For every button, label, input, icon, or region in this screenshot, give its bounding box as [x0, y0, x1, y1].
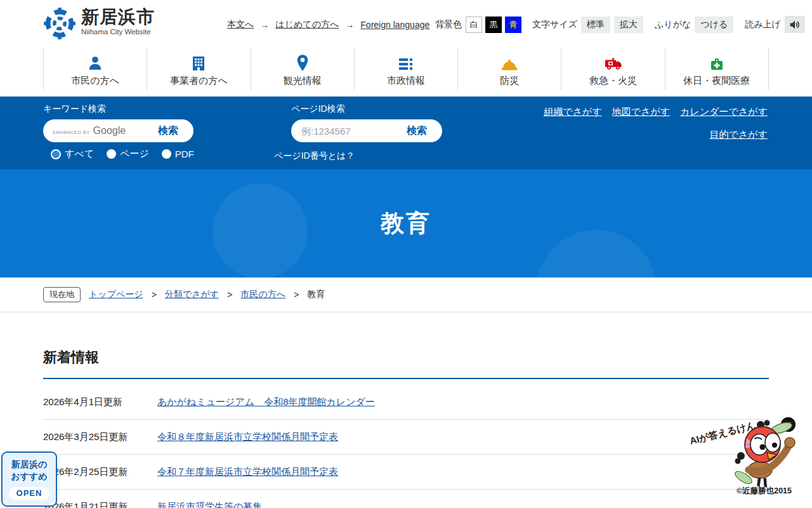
nav-item-citizens[interactable]: 市民の方へ — [43, 48, 147, 90]
skip-link-main[interactable]: 本文へ — [227, 19, 254, 30]
helmet-icon — [501, 54, 518, 72]
ambulance-icon — [604, 54, 623, 72]
nav-item-business[interactable]: 事業者の方へ — [147, 48, 251, 90]
font-large-button[interactable]: 拡大 — [614, 17, 643, 33]
recommend-widget-button[interactable]: 新居浜の おすすめ OPEN — [1, 451, 57, 507]
furigana-label: ふりがな — [655, 19, 691, 30]
link-search-by-calendar[interactable]: カレンダーでさがす — [680, 106, 768, 118]
breadcrumb: 現在地 トップページ > 分類でさがす > 市民の方へ > 教育 — [0, 277, 812, 312]
quick-links-row1: 組織でさがす 地図でさがす カレンダーでさがす — [544, 106, 768, 118]
search-scope-radios: すべて ページ PDF — [51, 148, 194, 160]
list-icon — [398, 54, 414, 72]
breadcrumb-link-category[interactable]: 分類でさがす — [165, 289, 219, 300]
radio-pdf[interactable]: PDF — [162, 148, 194, 160]
news-row: 2026年1月21日更新 新居浜市奨学生等の募集 — [43, 490, 769, 508]
news-heading-rule — [43, 378, 769, 379]
current-location-badge: 現在地 — [43, 287, 81, 302]
site-subtitle: Niihama City Website — [81, 28, 155, 36]
map-pin-icon — [296, 54, 310, 72]
hero-decor-circle — [213, 184, 308, 277]
building-icon — [191, 54, 206, 72]
news-link[interactable]: 令和８年度新居浜市立学校関係月間予定表 — [157, 431, 338, 443]
news-link[interactable]: 新居浜市奨学生等の募集 — [157, 501, 262, 508]
news-date: 2026年4月1日更新 — [43, 396, 157, 408]
keyword-search-button[interactable]: 検索 — [143, 119, 193, 142]
quick-links-row2: 目的でさがす — [710, 129, 768, 141]
keyword-search-label: キーワード検索 — [43, 104, 106, 115]
accessibility-controls: 背景色 白 黒 青 文字サイズ 標準 拡大 ふりがな つける 読み上げ — [435, 16, 805, 33]
link-search-by-organization[interactable]: 組織でさがす — [544, 106, 601, 118]
nav-item-holiday-night-medical[interactable]: 休日・夜間医療 — [665, 48, 769, 90]
arrow-icon: → — [260, 20, 269, 30]
link-search-by-map[interactable]: 地図でさがす — [612, 106, 670, 118]
recommend-line2: おすすめ — [3, 471, 56, 483]
recommend-line1: 新居浜の — [3, 458, 56, 471]
first-aid-kit-icon — [709, 54, 724, 72]
radio-page[interactable]: ページ — [107, 148, 149, 160]
nav-item-emergency-fire[interactable]: 救急・火災 — [561, 48, 665, 90]
person-icon — [87, 54, 103, 72]
recommend-open-label: OPEN — [9, 487, 49, 500]
bg-color-label: 背景色 — [435, 19, 462, 30]
furigana-button[interactable]: つける — [695, 17, 733, 33]
bg-black-button[interactable]: 黒 — [485, 17, 502, 33]
news-list: 2026年4月1日更新 あかがねミュージアム 令和8年度開館カレンダー 2026… — [43, 385, 769, 508]
read-aloud-button[interactable] — [785, 16, 805, 33]
bg-blue-button[interactable]: 青 — [505, 17, 521, 33]
main-content: 新着情報 2026年4月1日更新 あかがねミュージアム 令和8年度開館カレンダー… — [0, 348, 812, 508]
breadcrumb-current: 教育 — [307, 289, 325, 300]
news-row: 2026年3月25日更新 令和８年度新居浜市立学校関係月間予定表 — [43, 420, 769, 455]
site-logo[interactable]: 新居浜市 Niihama City Website — [43, 7, 155, 40]
nav-item-disaster-prevention[interactable]: 防災 — [458, 48, 561, 90]
read-aloud-label: 読み上げ — [745, 19, 781, 30]
ai-mascot-copyright: ©近藤勝也2015 — [737, 486, 792, 497]
category-nav: 市民の方へ 事業者の方へ 観光情報 市政情報 防災 — [43, 48, 769, 90]
city-emblem-icon — [43, 7, 76, 40]
site-name: 新居浜市 — [81, 7, 155, 27]
hero-decor-circle — [536, 230, 657, 277]
radio-icon — [107, 149, 116, 159]
skip-link-firsttime[interactable]: はじめての方へ — [275, 19, 339, 30]
ai-mascot-character[interactable] — [731, 419, 797, 490]
page-title: 教育 — [381, 208, 431, 239]
pageid-search-label: ページID検索 — [291, 104, 345, 115]
breadcrumb-link-citizens[interactable]: 市民の方へ — [240, 289, 285, 300]
nav-item-city-government[interactable]: 市政情報 — [355, 48, 458, 90]
top-header: 新居浜市 Niihama City Website 本文へ → はじめての方へ … — [0, 0, 812, 48]
news-row: 2026年4月1日更新 あかがねミュージアム 令和8年度開館カレンダー — [43, 385, 769, 420]
news-heading: 新着情報 — [43, 348, 769, 367]
radio-icon — [162, 149, 171, 159]
speaker-icon — [789, 19, 801, 30]
nav-item-tourism[interactable]: 観光情報 — [251, 48, 355, 90]
search-band: キーワード検索 ENHANCED BY Google 検索 すべて ページ PD… — [0, 97, 812, 170]
news-link[interactable]: あかがねミュージアム 令和8年度開館カレンダー — [157, 396, 375, 408]
news-link[interactable]: 令和７年度新居浜市立学校関係月間予定表 — [157, 466, 338, 478]
pageid-search-button[interactable]: 検索 — [391, 119, 442, 142]
link-search-by-purpose[interactable]: 目的でさがす — [710, 129, 768, 141]
hero-banner: 教育 — [0, 170, 812, 277]
news-date: 2026年2月25日更新 — [43, 466, 157, 478]
news-row: 2026年2月25日更新 令和７年度新居浜市立学校関係月間予定表 — [43, 455, 769, 490]
page: 新居浜市 Niihama City Website 本文へ → はじめての方へ … — [0, 0, 812, 508]
arrow-icon: → — [345, 20, 354, 30]
news-date: 2026年3月25日更新 — [43, 431, 157, 443]
bg-white-button[interactable]: 白 — [466, 17, 482, 33]
font-standard-button[interactable]: 標準 — [581, 17, 610, 33]
pageid-help-link[interactable]: ページID番号とは？ — [274, 150, 355, 162]
radio-selected-icon — [51, 149, 61, 159]
news-date: 2026年1月21日更新 — [43, 501, 157, 508]
radio-all[interactable]: すべて — [51, 148, 94, 160]
breadcrumb-link-top[interactable]: トップページ — [89, 289, 143, 300]
font-size-label: 文字サイズ — [532, 19, 577, 30]
skip-link-foreign-language[interactable]: Foreign language — [360, 20, 429, 30]
skip-links: 本文へ → はじめての方へ → Foreign language → — [227, 19, 445, 30]
